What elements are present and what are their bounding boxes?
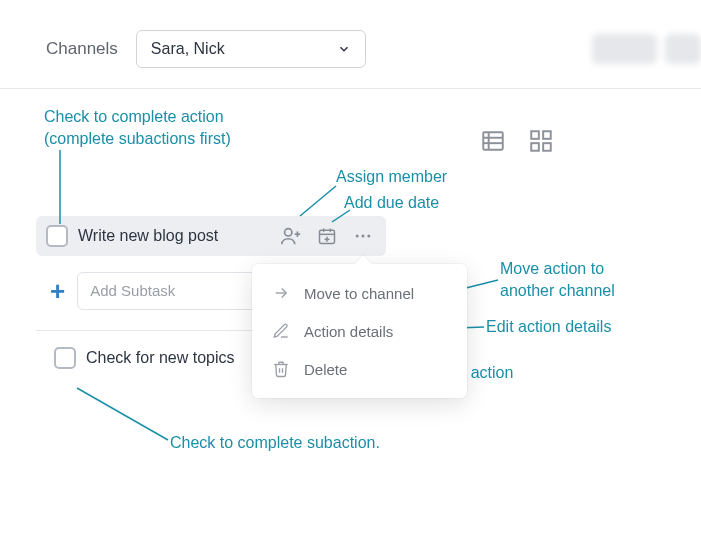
trash-icon: [272, 360, 290, 378]
svg-rect-4: [531, 131, 539, 139]
anno-check-sub: Check to complete subaction.: [170, 432, 380, 454]
person-plus-icon: [280, 225, 302, 247]
svg-point-18: [362, 235, 365, 238]
svg-line-26: [77, 388, 168, 440]
svg-point-19: [367, 235, 370, 238]
svg-point-8: [285, 229, 292, 236]
calendar-plus-icon: [317, 226, 337, 246]
svg-point-17: [356, 235, 359, 238]
menu-details-label: Action details: [304, 323, 393, 340]
task-title: Write new blog post: [78, 227, 268, 245]
channel-dropdown[interactable]: Sara, Nick: [136, 30, 366, 68]
menu-action-details[interactable]: Action details: [252, 312, 467, 350]
anno-check-main: Check to complete action (complete subac…: [44, 106, 231, 149]
anno-edit-details: Edit action details: [486, 316, 611, 338]
edit-icon: [272, 322, 290, 340]
view-toggles: [480, 128, 554, 158]
assign-member-button[interactable]: [278, 225, 304, 247]
menu-delete[interactable]: Delete: [252, 350, 467, 388]
arrow-right-icon: [272, 284, 290, 302]
task-row-main[interactable]: Write new blog post: [36, 216, 386, 256]
context-menu: Move to channel Action details Delete: [252, 264, 467, 398]
subtask-checkbox[interactable]: [54, 347, 76, 369]
list-view-button[interactable]: [480, 128, 506, 158]
svg-rect-7: [543, 143, 551, 151]
anno-add-due-date: Add due date: [344, 192, 439, 214]
menu-delete-label: Delete: [304, 361, 347, 378]
header-bar: Channels Sara, Nick: [0, 0, 701, 89]
more-horizontal-icon: [353, 226, 373, 246]
channels-label: Channels: [46, 39, 118, 59]
add-due-date-button[interactable]: [314, 226, 340, 246]
grid-icon: [528, 128, 554, 154]
task-checkbox[interactable]: [46, 225, 68, 247]
svg-rect-5: [543, 131, 551, 139]
more-options-button[interactable]: [350, 226, 376, 246]
svg-line-21: [300, 186, 336, 216]
svg-rect-0: [483, 132, 503, 149]
anno-assign-member: Assign member: [336, 166, 447, 188]
grid-view-button[interactable]: [528, 128, 554, 158]
anno-move-action: Move action to another channel: [500, 258, 615, 301]
list-icon: [480, 128, 506, 154]
chevron-down-icon: [337, 42, 351, 56]
add-subtask-button[interactable]: +: [50, 276, 65, 307]
header-blurred-actions: [592, 34, 701, 64]
menu-move-label: Move to channel: [304, 285, 414, 302]
svg-rect-6: [531, 143, 539, 151]
channel-dropdown-value: Sara, Nick: [151, 40, 225, 58]
menu-move-to-channel[interactable]: Move to channel: [252, 274, 467, 312]
